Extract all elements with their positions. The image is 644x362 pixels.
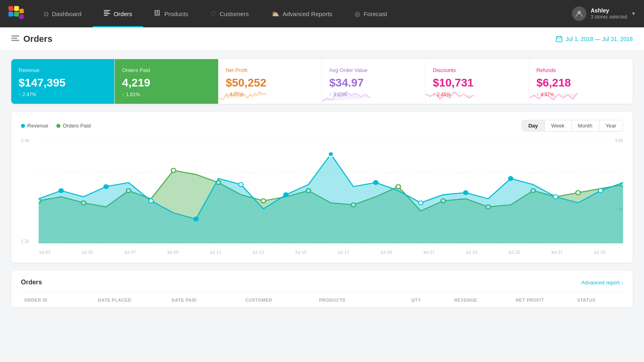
nav-label-orders: Orders	[114, 10, 132, 17]
revenue-dot	[59, 189, 63, 193]
chart-ctrl-year[interactable]: Year	[599, 120, 623, 131]
nav-label-forecast: Forecast	[363, 10, 387, 17]
stat-cards: Revenue $147,395 ↑ 2.47% Orders Paid 4,2…	[11, 59, 633, 104]
revenue-dot	[419, 201, 423, 205]
nav-item-products[interactable]: Products	[143, 0, 199, 27]
nav-item-dashboard[interactable]: ⊙ Dashboard	[32, 0, 93, 27]
revenue-arrow-icon: ↑	[19, 92, 21, 97]
stores-selected: 3 stores selected	[590, 14, 627, 21]
advanced-report-label: Advanced report	[581, 280, 619, 286]
svg-rect-6	[19, 14, 24, 19]
svg-rect-20	[556, 37, 562, 42]
svg-rect-4	[14, 11, 19, 17]
revenue-dot	[284, 193, 288, 197]
svg-rect-17	[11, 35, 19, 37]
svg-rect-3	[8, 11, 13, 16]
legend-orders-paid: Orders Paid	[56, 123, 91, 129]
page-header: Orders Jul 1, 2018 — Jul 31, 2018	[0, 27, 644, 51]
revenue-dot	[553, 195, 558, 199]
x-label-7: Jul 15	[295, 250, 306, 255]
svg-rect-8	[104, 12, 109, 12]
legend-revenue-dot	[21, 124, 25, 128]
x-label-8: Jul 17	[337, 250, 349, 255]
svg-rect-1	[8, 6, 14, 11]
nav-item-customers[interactable]: ♡ Customers	[199, 0, 260, 27]
nav-item-advanced-reports[interactable]: ⛅ Advanced Reports	[260, 0, 343, 27]
nav-label-products: Products	[164, 10, 188, 17]
y-label-low-left: 1.2k	[21, 239, 37, 243]
x-label-4: Jul 09	[167, 250, 178, 255]
chart-controls: Day Week Month Year	[522, 120, 623, 132]
forecast-icon: ◎	[355, 10, 360, 18]
dot	[396, 185, 400, 189]
app-logo[interactable]	[0, 0, 32, 27]
revenue-dot	[463, 191, 468, 195]
dot	[171, 169, 175, 173]
legend-orders-dot	[56, 124, 60, 128]
revenue-value: $147,395	[19, 76, 107, 89]
svg-rect-12	[157, 10, 158, 16]
x-label-14: Jul 29	[594, 250, 605, 255]
calendar-icon	[556, 36, 562, 42]
nav-label-customers: Customers	[219, 10, 249, 17]
advanced-report-link[interactable]: Advanced report ›	[581, 280, 623, 286]
user-name: Ashley	[590, 7, 627, 14]
dashboard-icon: ⊙	[43, 10, 49, 18]
logo-icon	[8, 5, 25, 22]
orders-icon	[104, 10, 110, 17]
x-label-5: Jul 11	[209, 250, 221, 255]
nav-items: ⊙ Dashboard Orders Products ♡ Customers …	[32, 0, 564, 27]
chart-section: Revenue Orders Paid Day Week Month Year …	[11, 112, 633, 263]
refunds-mini-chart	[529, 84, 578, 104]
chart-ctrl-day[interactable]: Day	[522, 120, 545, 131]
x-label-12: Jul 25	[508, 250, 520, 255]
chart-ctrl-month[interactable]: Month	[572, 120, 599, 131]
x-label-9: Jul 19	[380, 250, 392, 255]
stat-card-avg-order: Avg Order Value $34.97 ↑ 3.25%	[322, 59, 425, 104]
y-label-top-left: 2.4k	[21, 138, 37, 143]
x-label-11: Jul 23	[465, 250, 477, 255]
chevron-down-icon: ▼	[631, 11, 636, 16]
dot	[261, 199, 266, 203]
date-range-picker[interactable]: Jul 1, 2018 — Jul 31, 2018	[556, 36, 633, 42]
orders-table-title: Orders	[21, 279, 42, 286]
orders-table-header: Orders Advanced report ›	[21, 279, 623, 286]
stat-card-discounts: Discounts $10,731 ↓ 2.45%	[425, 59, 529, 104]
x-label-10: Jul 21	[423, 250, 434, 255]
avatar	[572, 6, 586, 21]
revenue-dot	[194, 217, 198, 221]
revenue-dot	[104, 185, 108, 189]
chevron-right-icon: ›	[621, 280, 623, 286]
user-info: Ashley 3 stores selected	[590, 7, 627, 21]
svg-rect-19	[11, 40, 19, 41]
discounts-mini-chart	[425, 84, 474, 104]
svg-rect-7	[104, 10, 110, 11]
svg-rect-15	[155, 15, 160, 16]
stat-card-net-profit: Net Profit $50,252 ↑ 4.07%	[219, 59, 322, 104]
dot	[576, 191, 580, 195]
revenue-label: Revenue	[19, 67, 107, 73]
legend-revenue: Revenue	[21, 123, 48, 129]
y-axis-left: 2.4k 1.2k	[21, 138, 37, 243]
nav-item-forecast[interactable]: ◎ Forecast	[343, 0, 398, 27]
revenue-change: ↑ 2.47%	[19, 92, 107, 97]
stat-card-refunds: Refunds $6,218 ↑ 4.37%	[529, 59, 633, 104]
revenue-dot	[599, 189, 603, 193]
revenue-dot	[149, 199, 153, 203]
user-menu[interactable]: Ashley 3 stores selected ▼	[564, 0, 644, 27]
chart-ctrl-week[interactable]: Week	[545, 120, 572, 131]
nav-item-orders[interactable]: Orders	[93, 0, 143, 27]
col-revenue: REVENUE	[451, 296, 513, 304]
main-content: Revenue $147,395 ↑ 2.47% Orders Paid 4,2…	[0, 51, 644, 315]
legend-orders-label: Orders Paid	[63, 123, 91, 129]
nav-label-advanced-reports: Advanced Reports	[283, 10, 332, 17]
x-label-6: Jul 13	[252, 250, 264, 255]
orders-section: Orders Advanced report › ORDER ID DATE P…	[11, 271, 633, 307]
col-order-id: ORDER ID	[21, 296, 95, 304]
date-range-label: Jul 1, 2018 — Jul 31, 2018	[566, 36, 633, 42]
navbar: ⊙ Dashboard Orders Products ♡ Customers …	[0, 0, 644, 27]
orders-paid-value: 4,219	[122, 76, 211, 89]
page-title: Orders	[23, 34, 52, 44]
x-label-1: Jul 03	[39, 250, 50, 255]
revenue-dot	[508, 177, 513, 181]
